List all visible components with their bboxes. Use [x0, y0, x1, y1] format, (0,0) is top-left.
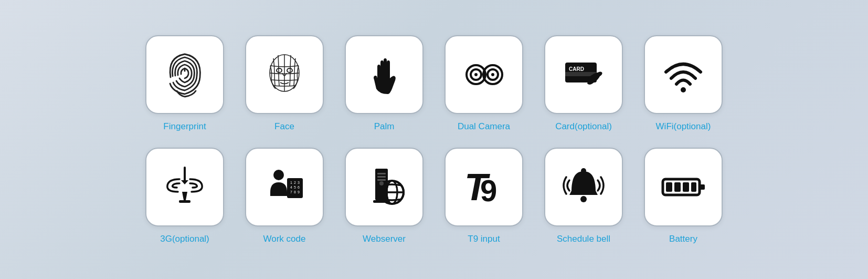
palm-icon — [361, 51, 408, 98]
svg-text:2: 2 — [294, 181, 296, 184]
icon-item-wifi: WiFi(optional) — [644, 35, 723, 132]
webserver-label: Webserver — [363, 234, 406, 244]
icon-box-palm — [345, 35, 424, 114]
t9input-label: T9 input — [468, 234, 500, 244]
workcode-label: Work code — [263, 234, 306, 244]
schedulebell-label: Schedule bell — [557, 234, 610, 244]
battery-icon — [660, 163, 707, 211]
svg-text:7: 7 — [290, 190, 292, 194]
3g-icon — [161, 163, 208, 211]
icon-item-dual-camera: Dual Camera — [444, 35, 523, 132]
icon-box-3g — [145, 148, 224, 226]
battery-label: Battery — [669, 234, 697, 244]
wifi-icon — [660, 51, 707, 98]
svg-text:4: 4 — [290, 185, 292, 189]
icon-item-battery: Battery — [644, 148, 723, 244]
svg-point-51 — [581, 168, 586, 173]
svg-rect-54 — [666, 182, 672, 192]
svg-rect-42 — [377, 179, 386, 181]
palm-label: Palm — [374, 121, 395, 132]
svg-point-19 — [273, 170, 284, 180]
svg-point-3 — [287, 68, 292, 73]
fingerprint-label: Fingerprint — [163, 121, 206, 132]
svg-text:6: 6 — [298, 185, 300, 189]
icon-box-dual-camera — [444, 35, 523, 114]
schedulebell-icon — [560, 163, 607, 211]
icon-item-workcode: 123 456 789 Work code — [245, 148, 324, 244]
icon-item-face: Face — [245, 35, 324, 132]
icon-item-palm: Palm — [345, 35, 424, 132]
svg-text:9: 9 — [298, 190, 300, 194]
svg-point-50 — [580, 196, 587, 202]
svg-text:1: 1 — [290, 181, 292, 184]
icon-item-3g: 3G(optional) — [145, 148, 224, 244]
dual-camera-label: Dual Camera — [458, 121, 510, 132]
icon-item-webserver: Webserver — [345, 148, 424, 244]
dual-camera-icon — [460, 51, 507, 98]
icon-item-card: CARD Card(optional) — [544, 35, 623, 132]
icon-box-card: CARD — [544, 35, 623, 114]
svg-rect-56 — [683, 182, 689, 192]
icon-box-wifi — [644, 35, 723, 114]
svg-text:5: 5 — [294, 185, 296, 189]
wifi-label: WiFi(optional) — [656, 121, 711, 132]
icon-item-fingerprint: Fingerprint — [145, 35, 224, 132]
svg-rect-40 — [377, 173, 386, 174]
card-icon: CARD — [560, 51, 607, 98]
svg-rect-53 — [700, 184, 705, 190]
svg-text:CARD: CARD — [569, 66, 584, 72]
card-label: Card(optional) — [555, 121, 612, 132]
svg-point-9 — [491, 73, 494, 76]
icon-box-workcode: 123 456 789 — [245, 148, 324, 226]
t9input-icon: T 9 — [460, 163, 507, 211]
face-icon — [261, 51, 308, 98]
svg-rect-55 — [674, 182, 681, 192]
svg-rect-41 — [377, 176, 386, 178]
svg-point-2 — [277, 68, 282, 73]
icon-box-t9input: T 9 — [444, 148, 523, 226]
icon-box-face — [245, 35, 324, 114]
fingerprint-icon — [161, 51, 208, 98]
icon-grid: Fingerprint — [114, 19, 754, 260]
icon-box-webserver — [345, 148, 424, 226]
svg-rect-57 — [691, 182, 696, 192]
svg-text:8: 8 — [294, 190, 296, 194]
face-label: Face — [274, 121, 294, 132]
svg-marker-16 — [181, 180, 188, 184]
svg-rect-18 — [179, 200, 190, 203]
svg-marker-17 — [182, 192, 187, 200]
workcode-icon: 123 456 789 — [261, 163, 308, 211]
webserver-icon — [361, 163, 408, 211]
icon-item-schedulebell: Schedule bell — [544, 148, 623, 244]
3g-label: 3G(optional) — [160, 234, 209, 244]
svg-point-14 — [681, 87, 686, 92]
icon-box-fingerprint — [145, 35, 224, 114]
svg-point-43 — [379, 181, 384, 185]
svg-text:9: 9 — [480, 173, 497, 208]
svg-point-6 — [474, 73, 478, 76]
icon-box-battery — [644, 148, 723, 226]
icon-item-t9input: T 9 T9 input — [444, 148, 523, 244]
svg-text:3: 3 — [298, 181, 300, 184]
icon-box-schedulebell — [544, 148, 623, 226]
